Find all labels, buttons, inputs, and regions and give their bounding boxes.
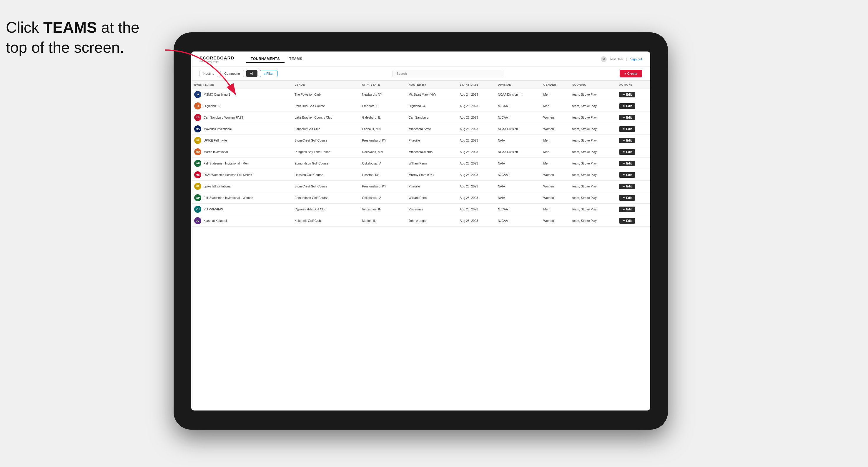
edit-button-5[interactable]: ✏ Edit — [619, 149, 635, 155]
cell-division-0: NCAA Division III — [495, 89, 540, 100]
cell-division-7: NJCAA II — [495, 169, 540, 181]
edit-button-2[interactable]: ✏ Edit — [619, 115, 635, 120]
team-logo-0: M — [194, 91, 201, 98]
cell-city-state-7: Hesston, KS — [359, 169, 406, 181]
competing-filter-btn[interactable]: Competing — [220, 70, 244, 77]
cell-start-date-4: Aug 28, 2023 — [457, 135, 495, 146]
edit-button-7[interactable]: ✏ Edit — [619, 172, 635, 178]
col-venue: VENUE — [291, 81, 359, 89]
cell-hosted-by-2: Carl Sandburg — [406, 112, 457, 123]
team-logo-2: CS — [194, 114, 201, 121]
edit-button-0[interactable]: ✏ Edit — [619, 92, 635, 97]
edit-button-10[interactable]: ✏ Edit — [619, 207, 635, 212]
cell-hosted-by-0: Mt. Saint Mary (NY) — [406, 89, 457, 100]
cell-division-9: NAIA — [495, 192, 540, 204]
cell-start-date-3: Aug 28, 2023 — [457, 123, 495, 135]
cell-actions-0: ✏ Edit — [616, 89, 650, 100]
settings-icon[interactable]: ⚙ — [601, 56, 607, 62]
team-logo-3: MA — [194, 125, 201, 132]
edit-button-8[interactable]: ✏ Edit — [619, 184, 635, 189]
cell-hosted-by-4: Pikeville — [406, 135, 457, 146]
table-row: UP UPIKE Fall Invite StoneCrest Golf Cou… — [191, 135, 650, 146]
cell-venue-10: Cypress Hills Golf Club — [291, 204, 359, 215]
cell-scoring-5: team, Stroke Play — [569, 146, 616, 158]
col-actions: ACTIONS — [616, 81, 650, 89]
cell-scoring-0: team, Stroke Play — [569, 89, 616, 100]
cell-event-name-11: JL Klash at Kokopelli — [191, 215, 291, 226]
hosting-filter-btn[interactable]: Hosting — [199, 70, 218, 77]
tournaments-table: EVENT NAME VENUE CITY, STATE HOSTED BY S… — [191, 81, 650, 226]
cell-start-date-2: Aug 26, 2023 — [457, 112, 495, 123]
edit-button-1[interactable]: ✏ Edit — [619, 103, 635, 109]
search-bar-container — [280, 70, 618, 77]
table-row: M MSMC Qualifying 1 The Powelton Club Ne… — [191, 89, 650, 100]
nav-tab-teams[interactable]: TEAMS — [284, 56, 307, 63]
edit-button-3[interactable]: ✏ Edit — [619, 126, 635, 132]
cell-division-8: NAIA — [495, 181, 540, 192]
table-row: WP Fall Statesmen Invitational - Men Edm… — [191, 158, 650, 169]
edit-button-9[interactable]: ✏ Edit — [619, 195, 635, 201]
cell-gender-5: Men — [540, 146, 569, 158]
col-city-state: CITY, STATE — [359, 81, 406, 89]
cell-start-date-9: Aug 28, 2023 — [457, 192, 495, 204]
cell-start-date-5: Aug 28, 2023 — [457, 146, 495, 158]
cell-actions-5: ✏ Edit — [616, 146, 650, 158]
col-event-name: EVENT NAME — [191, 81, 291, 89]
cell-gender-8: Women — [540, 181, 569, 192]
team-logo-1: H — [194, 102, 201, 110]
cell-event-name-4: UP UPIKE Fall Invite — [191, 135, 291, 146]
table-row: MS 2023 Women's Hesston Fall Kickoff Hes… — [191, 169, 650, 181]
user-name: Test User — [610, 57, 623, 61]
cell-hosted-by-8: Pikeville — [406, 181, 457, 192]
table-row: MA Maverick Invitational Faribault Golf … — [191, 123, 650, 135]
cell-scoring-2: team, Stroke Play — [569, 112, 616, 123]
cell-start-date-8: Aug 28, 2023 — [457, 181, 495, 192]
cell-hosted-by-5: Minnesota-Morris — [406, 146, 457, 158]
tablet-device: SCOREBOARD Powered by clippit TOURNAMENT… — [174, 32, 668, 430]
table-header-row: EVENT NAME VENUE CITY, STATE HOSTED BY S… — [191, 81, 650, 89]
edit-icon-7: ✏ — [623, 173, 625, 177]
filter-btn[interactable]: ≡ Filter — [260, 70, 277, 77]
cell-event-name-2: CS Carl Sandburg Women FA23 — [191, 112, 291, 123]
edit-icon-2: ✏ — [623, 116, 625, 119]
cell-actions-6: ✏ Edit — [616, 158, 650, 169]
cell-start-date-6: Aug 28, 2023 — [457, 158, 495, 169]
nav-bar: SCOREBOARD Powered by clippit TOURNAMENT… — [191, 52, 650, 67]
cell-division-3: NCAA Division II — [495, 123, 540, 135]
edit-icon-1: ✏ — [623, 104, 625, 108]
cell-actions-1: ✏ Edit — [616, 100, 650, 112]
cell-hosted-by-11: John A Logan — [406, 215, 457, 226]
cell-hosted-by-6: William Penn — [406, 158, 457, 169]
edit-icon-4: ✏ — [623, 139, 625, 142]
logo-subtitle: Powered by clippit — [199, 60, 234, 63]
cell-event-name-6: WP Fall Statesmen Invitational - Men — [191, 158, 291, 169]
sign-out-link[interactable]: Sign out — [630, 57, 642, 61]
cell-start-date-0: Aug 24, 2023 — [457, 89, 495, 100]
search-input[interactable] — [393, 70, 504, 77]
edit-button-4[interactable]: ✏ Edit — [619, 138, 635, 143]
cell-gender-10: Men — [540, 204, 569, 215]
team-logo-8: UP — [194, 183, 201, 190]
cell-actions-8: ✏ Edit — [616, 181, 650, 192]
cell-division-6: NAIA — [495, 158, 540, 169]
tournaments-table-container[interactable]: EVENT NAME VENUE CITY, STATE HOSTED BY S… — [191, 81, 650, 410]
cell-venue-4: StoneCrest Golf Course — [291, 135, 359, 146]
cell-gender-2: Women — [540, 112, 569, 123]
all-filter-btn[interactable]: All — [246, 70, 257, 77]
cell-actions-11: ✏ Edit — [616, 215, 650, 226]
table-row: WP Fall Statesmen Invitational - Women E… — [191, 192, 650, 204]
cell-actions-10: ✏ Edit — [616, 204, 650, 215]
cell-city-state-9: Oskaloosa, IA — [359, 192, 406, 204]
cell-venue-1: Park Hills Golf Course — [291, 100, 359, 112]
col-hosted-by: HOSTED BY — [406, 81, 457, 89]
cell-division-4: NAIA — [495, 135, 540, 146]
nav-tab-tournaments[interactable]: TOURNAMENTS — [246, 56, 284, 63]
cell-venue-11: Kokopelli Golf Club — [291, 215, 359, 226]
edit-button-6[interactable]: ✏ Edit — [619, 161, 635, 166]
edit-button-11[interactable]: ✏ Edit — [619, 218, 635, 224]
cell-actions-3: ✏ Edit — [616, 123, 650, 135]
cell-scoring-1: team, Stroke Play — [569, 100, 616, 112]
cell-venue-7: Hesston Golf Course — [291, 169, 359, 181]
cell-venue-2: Lake Bracken Country Club — [291, 112, 359, 123]
create-button[interactable]: + Create — [620, 70, 642, 77]
